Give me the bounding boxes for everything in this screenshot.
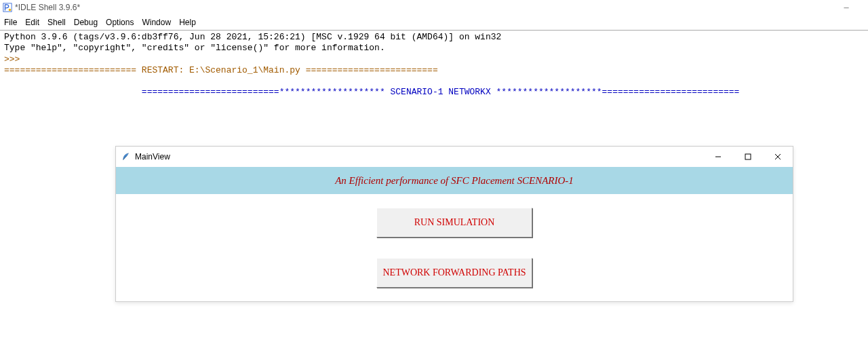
menu-debug[interactable]: Debug	[74, 18, 98, 27]
scenario-banner-prefix: ==========================**************…	[4, 87, 391, 97]
console-line-version: Python 3.9.6 (tags/v3.9.6:db3ff76, Jun 2…	[4, 32, 501, 42]
mainview-window: MainView An Efficient performance of SFC…	[115, 146, 793, 302]
idle-app-icon	[3, 3, 12, 12]
mainview-window-controls	[703, 147, 793, 167]
menu-edit[interactable]: Edit	[25, 18, 39, 27]
mainview-header-banner: An Efficient performance of SFC Placemen…	[116, 167, 793, 194]
network-forwarding-paths-button[interactable]: NETWORK FORWARDING PATHS	[376, 258, 532, 288]
menu-window[interactable]: Window	[142, 18, 171, 27]
network-forwarding-paths-label: NETWORK FORWARDING PATHS	[382, 267, 526, 278]
mainview-maximize-button[interactable]	[733, 147, 763, 167]
mainview-titlebar: MainView	[116, 147, 793, 167]
mainview-close-button[interactable]	[763, 147, 793, 167]
svg-point-1	[9, 9, 12, 12]
mainview-minimize-button[interactable]	[703, 147, 733, 167]
idle-window-title: *IDLE Shell 3.9.6*	[15, 3, 80, 12]
feather-icon	[121, 152, 131, 162]
menu-options[interactable]: Options	[106, 18, 134, 27]
menu-help[interactable]: Help	[179, 18, 196, 27]
svg-rect-4	[745, 154, 751, 159]
run-simulation-button[interactable]: RUN SIMULATION	[376, 208, 532, 238]
menu-shell[interactable]: Shell	[47, 18, 66, 27]
console-line-help: Type "help", "copyright", "credits" or "…	[4, 43, 385, 53]
console-prompt: >>>	[4, 54, 25, 64]
scenario-banner-suffix: ********************====================…	[491, 87, 740, 97]
idle-console[interactable]: Python 3.9.6 (tags/v3.9.6:db3ff76, Jun 2…	[0, 30, 868, 100]
menu-file[interactable]: File	[4, 18, 17, 27]
idle-titlebar: *IDLE Shell 3.9.6* ─	[0, 0, 868, 15]
scenario-banner-label: SCENARIO-1 NETWORKX	[391, 87, 491, 97]
console-restart-line: ========================= RESTART: E:\Sc…	[4, 65, 438, 75]
idle-menubar: File Edit Shell Debug Options Window Hel…	[0, 15, 868, 30]
minimize-button[interactable]: ─	[833, 0, 860, 15]
mainview-window-title: MainView	[135, 152, 170, 162]
mainview-header-text: An Efficient performance of SFC Placemen…	[335, 175, 574, 187]
run-simulation-label: RUN SIMULATION	[414, 217, 495, 228]
mainview-body: RUN SIMULATION NETWORK FORWARDING PATHS	[116, 194, 793, 301]
